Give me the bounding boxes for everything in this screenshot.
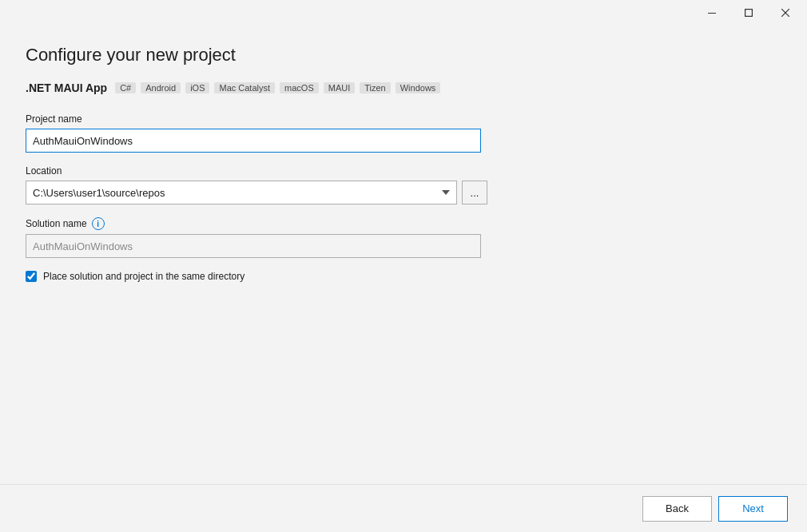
content-area: Configure your new project .NET MAUI App… — [0, 26, 807, 282]
tag-csharp: C# — [115, 82, 136, 93]
svg-rect-0 — [708, 13, 716, 14]
location-label: Location — [26, 165, 781, 177]
solution-name-label-row: Solution name i — [26, 217, 781, 230]
back-button[interactable]: Back — [642, 496, 712, 522]
location-row: C:\Users\user1\source\repos ... — [26, 181, 781, 204]
tag-mac-catalyst: Mac Catalyst — [214, 82, 275, 93]
location-section: Location C:\Users\user1\source\repos ... — [26, 165, 781, 204]
project-tags: C# Android iOS Mac Catalyst macOS MAUI T… — [115, 82, 440, 93]
title-bar — [0, 0, 807, 26]
tag-maui: MAUI — [324, 82, 356, 93]
same-directory-checkbox[interactable] — [26, 271, 37, 282]
tag-android: Android — [141, 82, 181, 93]
browse-button[interactable]: ... — [462, 181, 487, 204]
solution-name-section: Solution name i — [26, 217, 781, 258]
project-type-header: .NET MAUI App C# Android iOS Mac Catalys… — [26, 81, 781, 94]
project-name-label: Project name — [26, 113, 781, 125]
browse-label: ... — [471, 187, 479, 199]
next-button[interactable]: Next — [718, 496, 788, 522]
page-title: Configure your new project — [26, 45, 781, 66]
same-directory-row: Place solution and project in the same d… — [26, 271, 781, 282]
same-directory-label[interactable]: Place solution and project in the same d… — [43, 271, 244, 282]
project-name-section: Project name — [26, 113, 781, 153]
project-type-name: .NET MAUI App — [26, 81, 107, 94]
tag-macos: macOS — [280, 82, 319, 93]
tag-ios: iOS — [185, 82, 209, 93]
tag-windows: Windows — [396, 82, 441, 93]
close-button[interactable] — [767, 0, 804, 26]
solution-name-label: Solution name — [26, 218, 87, 229]
footer: Back Next — [0, 484, 807, 532]
solution-name-input[interactable] — [26, 234, 481, 258]
minimize-button[interactable] — [694, 0, 730, 26]
solution-name-info-icon[interactable]: i — [92, 217, 105, 230]
restore-button[interactable] — [730, 0, 767, 26]
svg-rect-1 — [745, 10, 753, 17]
project-name-input[interactable] — [26, 129, 481, 153]
location-select[interactable]: C:\Users\user1\source\repos — [26, 181, 457, 204]
tag-tizen: Tizen — [360, 82, 391, 93]
